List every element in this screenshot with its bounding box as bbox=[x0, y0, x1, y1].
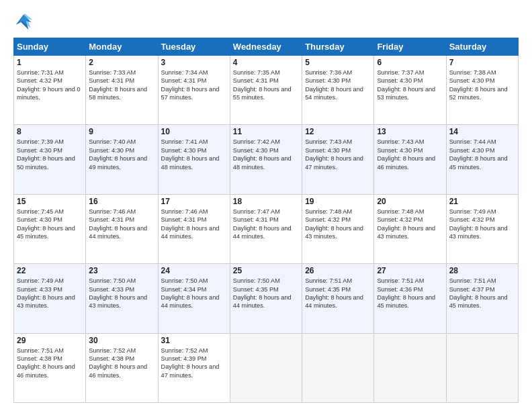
calendar-cell: 15Sunrise: 7:45 AMSunset: 4:30 PMDayligh… bbox=[14, 194, 86, 263]
calendar-table: Sunday Monday Tuesday Wednesday Thursday… bbox=[13, 38, 519, 403]
header bbox=[13, 12, 519, 32]
calendar-row: 29Sunrise: 7:51 AMSunset: 4:38 PMDayligh… bbox=[14, 333, 519, 402]
col-saturday: Saturday bbox=[446, 38, 518, 56]
calendar-row: 15Sunrise: 7:45 AMSunset: 4:30 PMDayligh… bbox=[14, 194, 519, 263]
day-number: 21 bbox=[449, 197, 515, 206]
day-info: Sunrise: 7:43 AMSunset: 4:30 PMDaylight:… bbox=[377, 138, 443, 171]
day-number: 28 bbox=[449, 266, 515, 275]
day-number: 12 bbox=[305, 127, 371, 136]
calendar-cell bbox=[374, 333, 446, 402]
day-number: 8 bbox=[17, 127, 83, 136]
calendar-cell: 8Sunrise: 7:39 AMSunset: 4:30 PMDaylight… bbox=[14, 125, 86, 194]
day-number: 20 bbox=[377, 197, 443, 206]
day-info: Sunrise: 7:45 AMSunset: 4:30 PMDaylight:… bbox=[17, 208, 83, 241]
calendar-cell: 18Sunrise: 7:47 AMSunset: 4:31 PMDayligh… bbox=[230, 194, 302, 263]
day-number: 23 bbox=[89, 266, 154, 275]
col-sunday: Sunday bbox=[14, 38, 86, 56]
day-number: 9 bbox=[89, 127, 154, 136]
calendar-row: 1Sunrise: 7:31 AMSunset: 4:32 PMDaylight… bbox=[14, 56, 519, 125]
day-number: 24 bbox=[161, 266, 227, 275]
calendar-cell: 3Sunrise: 7:34 AMSunset: 4:31 PMDaylight… bbox=[158, 56, 230, 125]
day-info: Sunrise: 7:50 AMSunset: 4:35 PMDaylight:… bbox=[233, 277, 299, 310]
day-info: Sunrise: 7:41 AMSunset: 4:30 PMDaylight:… bbox=[161, 138, 227, 171]
calendar-cell: 1Sunrise: 7:31 AMSunset: 4:32 PMDaylight… bbox=[14, 56, 86, 125]
calendar-cell: 14Sunrise: 7:44 AMSunset: 4:30 PMDayligh… bbox=[446, 125, 518, 194]
day-number: 7 bbox=[449, 58, 515, 67]
calendar-cell: 12Sunrise: 7:43 AMSunset: 4:30 PMDayligh… bbox=[302, 125, 374, 194]
day-number: 13 bbox=[377, 127, 443, 136]
calendar-cell bbox=[230, 333, 302, 402]
day-info: Sunrise: 7:51 AMSunset: 4:38 PMDaylight:… bbox=[17, 347, 83, 380]
day-number: 27 bbox=[377, 266, 443, 275]
calendar-cell: 4Sunrise: 7:35 AMSunset: 4:31 PMDaylight… bbox=[230, 56, 302, 125]
day-info: Sunrise: 7:33 AMSunset: 4:31 PMDaylight:… bbox=[89, 68, 154, 102]
day-number: 5 bbox=[305, 58, 371, 67]
calendar-cell: 25Sunrise: 7:50 AMSunset: 4:35 PMDayligh… bbox=[230, 264, 302, 333]
day-number: 4 bbox=[233, 58, 299, 67]
day-info: Sunrise: 7:31 AMSunset: 4:32 PMDaylight:… bbox=[17, 68, 83, 102]
day-info: Sunrise: 7:42 AMSunset: 4:30 PMDaylight:… bbox=[233, 138, 299, 171]
day-info: Sunrise: 7:40 AMSunset: 4:30 PMDaylight:… bbox=[89, 138, 154, 171]
logo-icon bbox=[13, 12, 34, 32]
calendar-row: 22Sunrise: 7:49 AMSunset: 4:33 PMDayligh… bbox=[14, 264, 519, 333]
calendar-cell: 28Sunrise: 7:51 AMSunset: 4:37 PMDayligh… bbox=[446, 264, 518, 333]
calendar-cell: 24Sunrise: 7:50 AMSunset: 4:34 PMDayligh… bbox=[158, 264, 230, 333]
col-wednesday: Wednesday bbox=[230, 38, 302, 56]
day-info: Sunrise: 7:47 AMSunset: 4:31 PMDaylight:… bbox=[233, 208, 299, 241]
calendar-cell: 22Sunrise: 7:49 AMSunset: 4:33 PMDayligh… bbox=[14, 264, 86, 333]
calendar-header-row: Sunday Monday Tuesday Wednesday Thursday… bbox=[14, 38, 519, 56]
day-number: 18 bbox=[233, 197, 299, 206]
day-info: Sunrise: 7:51 AMSunset: 4:37 PMDaylight:… bbox=[449, 277, 515, 310]
calendar-cell: 27Sunrise: 7:51 AMSunset: 4:36 PMDayligh… bbox=[374, 264, 446, 333]
col-tuesday: Tuesday bbox=[158, 38, 230, 56]
day-info: Sunrise: 7:50 AMSunset: 4:34 PMDaylight:… bbox=[161, 277, 227, 310]
day-number: 2 bbox=[89, 58, 154, 67]
calendar-cell: 26Sunrise: 7:51 AMSunset: 4:35 PMDayligh… bbox=[302, 264, 374, 333]
day-info: Sunrise: 7:48 AMSunset: 4:32 PMDaylight:… bbox=[377, 208, 443, 241]
calendar-cell: 11Sunrise: 7:42 AMSunset: 4:30 PMDayligh… bbox=[230, 125, 302, 194]
day-info: Sunrise: 7:35 AMSunset: 4:31 PMDaylight:… bbox=[233, 68, 299, 102]
col-thursday: Thursday bbox=[302, 38, 374, 56]
calendar-cell bbox=[302, 333, 374, 402]
day-number: 10 bbox=[161, 127, 227, 136]
calendar-cell: 23Sunrise: 7:50 AMSunset: 4:33 PMDayligh… bbox=[86, 264, 158, 333]
day-info: Sunrise: 7:36 AMSunset: 4:30 PMDaylight:… bbox=[305, 68, 371, 102]
day-info: Sunrise: 7:51 AMSunset: 4:35 PMDaylight:… bbox=[305, 277, 371, 310]
day-info: Sunrise: 7:48 AMSunset: 4:32 PMDaylight:… bbox=[305, 208, 371, 241]
calendar-cell: 2Sunrise: 7:33 AMSunset: 4:31 PMDaylight… bbox=[86, 56, 158, 125]
day-info: Sunrise: 7:43 AMSunset: 4:30 PMDaylight:… bbox=[305, 138, 371, 171]
logo bbox=[13, 12, 36, 32]
day-number: 17 bbox=[161, 197, 227, 206]
day-info: Sunrise: 7:50 AMSunset: 4:33 PMDaylight:… bbox=[89, 277, 154, 310]
calendar-cell: 21Sunrise: 7:49 AMSunset: 4:32 PMDayligh… bbox=[446, 194, 518, 263]
day-info: Sunrise: 7:46 AMSunset: 4:31 PMDaylight:… bbox=[89, 208, 154, 241]
day-info: Sunrise: 7:39 AMSunset: 4:30 PMDaylight:… bbox=[17, 138, 83, 171]
day-number: 14 bbox=[449, 127, 515, 136]
calendar-cell: 20Sunrise: 7:48 AMSunset: 4:32 PMDayligh… bbox=[374, 194, 446, 263]
day-info: Sunrise: 7:37 AMSunset: 4:30 PMDaylight:… bbox=[377, 68, 443, 102]
calendar-cell: 17Sunrise: 7:46 AMSunset: 4:31 PMDayligh… bbox=[158, 194, 230, 263]
day-info: Sunrise: 7:46 AMSunset: 4:31 PMDaylight:… bbox=[161, 208, 227, 241]
day-number: 22 bbox=[17, 266, 83, 275]
day-info: Sunrise: 7:49 AMSunset: 4:32 PMDaylight:… bbox=[449, 208, 515, 241]
calendar-cell: 29Sunrise: 7:51 AMSunset: 4:38 PMDayligh… bbox=[14, 333, 86, 402]
day-info: Sunrise: 7:49 AMSunset: 4:33 PMDaylight:… bbox=[17, 277, 83, 310]
day-number: 19 bbox=[305, 197, 371, 206]
calendar-cell: 19Sunrise: 7:48 AMSunset: 4:32 PMDayligh… bbox=[302, 194, 374, 263]
day-info: Sunrise: 7:38 AMSunset: 4:30 PMDaylight:… bbox=[449, 68, 515, 102]
day-info: Sunrise: 7:44 AMSunset: 4:30 PMDaylight:… bbox=[449, 138, 515, 171]
day-number: 3 bbox=[161, 58, 227, 67]
day-number: 26 bbox=[305, 266, 371, 275]
calendar-cell: 16Sunrise: 7:46 AMSunset: 4:31 PMDayligh… bbox=[86, 194, 158, 263]
day-number: 15 bbox=[17, 197, 83, 206]
calendar-cell bbox=[446, 333, 518, 402]
calendar-row: 8Sunrise: 7:39 AMSunset: 4:30 PMDaylight… bbox=[14, 125, 519, 194]
day-info: Sunrise: 7:51 AMSunset: 4:36 PMDaylight:… bbox=[377, 277, 443, 310]
calendar-cell: 31Sunrise: 7:52 AMSunset: 4:39 PMDayligh… bbox=[158, 333, 230, 402]
calendar-cell: 6Sunrise: 7:37 AMSunset: 4:30 PMDaylight… bbox=[374, 56, 446, 125]
calendar-cell: 30Sunrise: 7:52 AMSunset: 4:38 PMDayligh… bbox=[86, 333, 158, 402]
col-monday: Monday bbox=[86, 38, 158, 56]
day-info: Sunrise: 7:52 AMSunset: 4:38 PMDaylight:… bbox=[89, 347, 154, 380]
day-number: 25 bbox=[233, 266, 299, 275]
page: Sunday Monday Tuesday Wednesday Thursday… bbox=[0, 0, 532, 411]
